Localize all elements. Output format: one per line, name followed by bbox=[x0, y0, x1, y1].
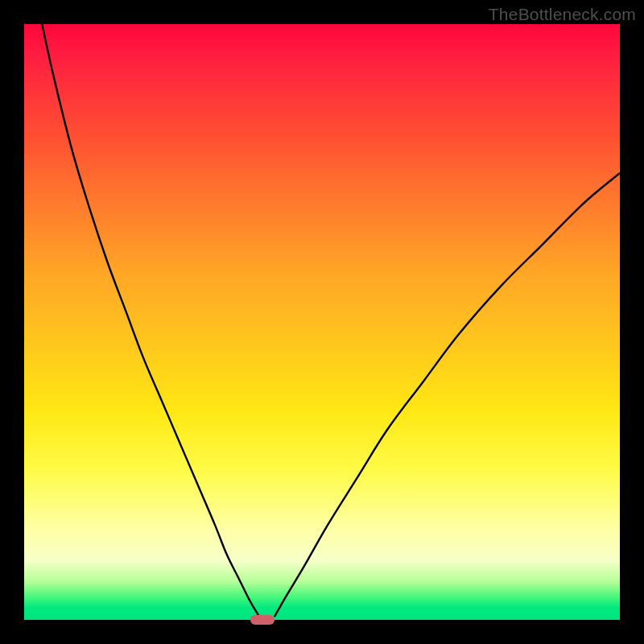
left-branch-curve bbox=[42, 24, 259, 617]
minimum-marker bbox=[250, 615, 275, 625]
curve-layer bbox=[24, 24, 620, 620]
watermark-text: TheBottleneck.com bbox=[489, 5, 636, 24]
right-branch-curve bbox=[275, 173, 620, 617]
chart-frame: TheBottleneck.com bbox=[0, 0, 644, 644]
plot-area bbox=[24, 24, 620, 620]
